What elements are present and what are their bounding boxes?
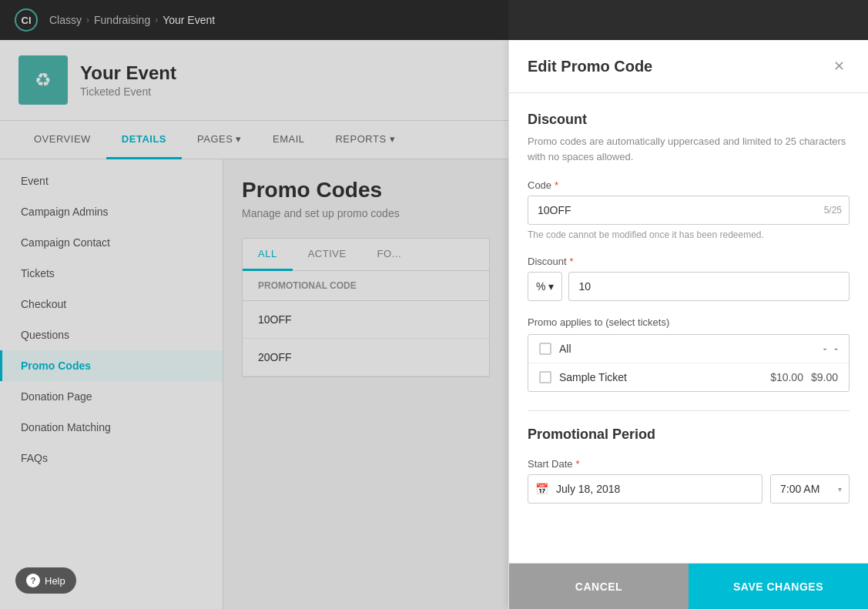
date-input-wrap: 📅: [528, 474, 762, 504]
discount-type-select[interactable]: % ▾: [528, 272, 562, 301]
applies-to-label: Promo applies to (select tickets): [528, 316, 850, 328]
discount-value-input[interactable]: [568, 272, 850, 301]
date-row: 📅 7:00 AM 8:00 AM 9:00 AM ▾: [528, 474, 850, 504]
ticket-sample-name: Sample Ticket: [559, 371, 762, 383]
help-button[interactable]: ? Help: [15, 567, 76, 594]
code-input[interactable]: [528, 196, 850, 225]
promo-period-title: Promotional Period: [528, 427, 850, 443]
code-input-wrap: 5/25: [528, 196, 850, 225]
help-icon: ?: [26, 574, 40, 587]
panel-header: Edit Promo Code ✕: [509, 40, 868, 93]
left-panel: ♻ Your Event Ticketed Event OVERVIEW DET…: [0, 40, 508, 609]
start-date-required-star: *: [576, 458, 580, 470]
start-date-label: Start Date *: [528, 458, 850, 470]
ticket-sample-discounted: $9.00: [811, 371, 838, 383]
char-count: 5/25: [824, 205, 842, 216]
ticket-all-name: All: [559, 343, 816, 355]
ticket-all-discounted: -: [834, 343, 838, 355]
panel-body: Discount Promo codes are automatically u…: [509, 93, 868, 563]
overlay: [0, 0, 508, 609]
ticket-sample-price: $10.00: [770, 371, 803, 383]
close-button[interactable]: ✕: [828, 55, 850, 77]
help-label: Help: [45, 575, 65, 587]
code-field-label: Code *: [528, 179, 850, 191]
cancel-button[interactable]: CANCEL: [509, 564, 689, 609]
discount-field-label: Discount *: [528, 256, 850, 267]
ticket-all-price: -: [823, 343, 827, 355]
ticket-sample-checkbox[interactable]: [539, 371, 551, 383]
discount-section-title: Discount: [528, 112, 850, 128]
main-area: ♻ Your Event Ticketed Event OVERVIEW DET…: [0, 40, 868, 609]
panel-title: Edit Promo Code: [528, 58, 652, 75]
ticket-all-checkbox[interactable]: [539, 343, 551, 355]
ticket-row-sample: Sample Ticket $10.00 $9.00: [528, 363, 849, 391]
save-changes-button[interactable]: SAVE CHANGES: [689, 564, 868, 609]
start-time-select[interactable]: 7:00 AM 8:00 AM 9:00 AM: [770, 474, 850, 504]
code-field-hint: The code cannot be modified once it has …: [528, 229, 850, 240]
time-select-wrap: 7:00 AM 8:00 AM 9:00 AM ▾: [770, 474, 850, 504]
ticket-row-all: All - -: [528, 335, 849, 363]
discount-section-desc: Promo codes are automatically uppercased…: [528, 134, 850, 164]
discount-type-chevron: ▾: [548, 280, 554, 293]
panel-footer: CANCEL SAVE CHANGES: [509, 563, 868, 609]
start-date-input[interactable]: [528, 474, 762, 504]
edit-promo-panel: Edit Promo Code ✕ Discount Promo codes a…: [508, 40, 868, 609]
discount-row: % ▾: [528, 272, 850, 301]
code-required-star: *: [555, 179, 558, 191]
tickets-box: All - - Sample Ticket $10.00 $9.00: [528, 334, 850, 392]
section-divider: [528, 410, 850, 411]
discount-required-star: *: [570, 256, 574, 267]
calendar-icon: 📅: [535, 483, 548, 495]
